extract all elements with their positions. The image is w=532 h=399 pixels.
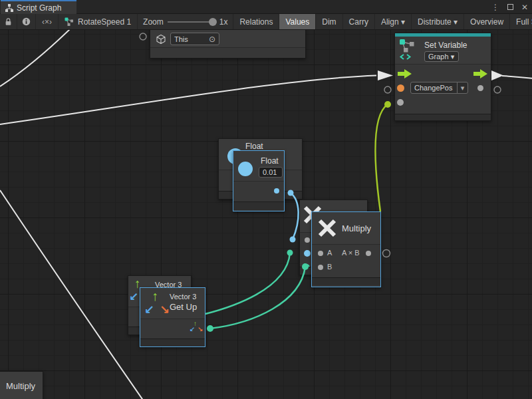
flow-input-arrow-icon[interactable] [398,69,412,78]
flow-output-arrow-icon[interactable] [473,69,488,78]
this-object-field[interactable]: This ⊙ [170,33,219,45]
get-up-header: ↑ ↙ ↘ Vector 3 Get Up [140,288,205,319]
multiply-front-header: Multiply [312,212,380,244]
distribute-label: Distribute ▾ [418,17,458,27]
multiply-back-port-b[interactable] [304,250,311,257]
node-set-variable[interactable]: Set Variable Graph ▾ ChangePos ▾ [394,33,491,121]
script-graph-icon [5,4,13,12]
this-input-port[interactable] [140,33,146,40]
fallback-value-port[interactable] [397,99,404,106]
wire-flow-topleft[interactable] [0,30,70,86]
wire-multiply-to-set-variable[interactable] [375,104,388,211]
variable-name-field[interactable]: ChangePos [410,82,458,94]
maximize-icon[interactable] [507,4,513,10]
distribute-dropdown[interactable]: Distribute ▾ [412,14,464,29]
float-front-title: Float [261,156,279,166]
multiply-front-body: A A × B B [312,244,380,277]
fullscreen-label: Full Screen [516,17,532,27]
port-b-label: B [327,263,332,271]
variable-scope-dropdown[interactable]: Graph ▾ [424,51,459,62]
overview-button[interactable]: Overview [464,14,510,29]
multiply-title: Multiply [342,223,371,233]
node-float-front[interactable]: Float 0.01 [233,150,285,211]
vector-downleft-arrow-icon: ↙ [129,291,138,303]
set-variable-header: Set Variable Graph ▾ [395,37,491,64]
multiply-outer-output-port[interactable] [383,250,390,257]
variable-output-port[interactable] [477,85,483,91]
node-this[interactable]: This ⊙ [150,30,306,59]
relations-button[interactable]: Relations [233,14,279,29]
vector-downright-arrow-icon: ↘ [160,304,170,316]
menu-icon[interactable]: ⋮ [491,3,499,12]
float-output-port[interactable] [274,188,279,194]
variable-name-dropdown[interactable]: ▾ [457,82,468,94]
node-this-body [150,47,305,58]
lock-button[interactable] [0,14,17,29]
inspect-button[interactable] [17,14,36,29]
graph-canvas[interactable]: This ⊙ Set Variable Graph ▾ [0,30,532,399]
graph-name: RotateSpeed 1 [78,17,131,27]
float-front-header: Float 0.01 [233,151,284,181]
float-value-field[interactable]: 0.01 [259,167,283,178]
node-get-up[interactable]: ↑ ↙ ↘ Vector 3 Get Up ↑ ↙ ↘ [140,287,205,347]
carry-button[interactable]: Carry [343,14,375,29]
wire-flow-out-of-set-variable[interactable] [502,76,532,78]
zoom-slider-handle[interactable] [209,18,217,26]
overview-label: Overview [470,17,503,27]
window-controls: ⋮ ✕ [491,0,528,14]
graph-breadcrumb[interactable]: RotateSpeed 1 [59,14,138,29]
wire-flow-diagonal[interactable] [0,190,144,399]
float-back-title: Float [245,142,263,151]
float-front-footer [233,201,284,210]
zoom-control: Zoom 1x [138,14,233,29]
tab-title: Script Graph [17,3,61,13]
object-picker-icon[interactable]: ⊙ [209,35,215,44]
set-variable-body: ChangePos ▾ [395,64,491,114]
unity-visual-scripting-window: Script Graph ⋮ ✕ ‹×› [0,0,532,399]
align-dropdown[interactable]: Align ▾ [375,14,412,29]
wire-vector-back-to-multiply[interactable] [205,253,290,314]
corner-multiply-title: Multiply [6,381,35,391]
values-label: Values [285,17,309,27]
wire-get-up-to-multiply[interactable] [210,267,305,329]
lock-icon [5,17,12,27]
multiply-back-port-a[interactable] [305,237,310,243]
float-value: 0.01 [263,168,277,176]
code-preview-button[interactable]: ‹×› [36,14,59,29]
wire-endpoint [287,250,293,256]
tab-script-graph[interactable]: Script Graph [1,0,76,14]
set-variable-outer-port[interactable] [384,86,391,93]
multiply-port-a[interactable] [318,251,323,256]
node-this-header: This ⊙ [150,30,305,47]
dim-button[interactable]: Dim [316,14,342,29]
fullscreen-button[interactable]: Full Screen [510,14,532,29]
this-field-value: This [174,35,188,43]
port-axb-label: A × B [342,249,360,257]
code-preview-label: ‹×› [42,17,52,27]
variable-name-value: ChangePos [414,84,453,92]
variable-name-port[interactable] [397,84,404,92]
graph-breadcrumb-icon [65,17,74,27]
zoom-slider[interactable] [168,21,215,23]
flow-arrowhead-out [491,70,503,80]
graph-toolbar: ‹×› RotateSpeed 1 Zoom 1x Relations Valu… [0,14,532,30]
zoom-label: Zoom [143,17,164,27]
flow-arrowhead-in [378,70,393,80]
wire-flow-into-set-variable[interactable] [0,76,376,125]
set-variable-icon [399,39,416,61]
wire-endpoint [207,325,213,332]
get-up-footer [140,338,205,346]
node-multiply-corner[interactable]: Multiply [0,371,43,399]
node-multiply-front[interactable]: Multiply A A × B B [311,211,381,287]
float-front-body [233,181,284,201]
multiply-output-port[interactable] [366,251,371,256]
relations-label: Relations [239,17,273,27]
multiply-port-b[interactable] [318,265,323,270]
port-a-label: A [327,249,332,257]
set-variable-outer-output-port[interactable] [494,86,501,93]
close-icon[interactable]: ✕ [521,3,528,12]
get-up-body: ↑ ↙ ↘ [140,319,205,338]
values-button[interactable]: Values [279,14,316,29]
dim-label: Dim [322,17,336,27]
wire-float-to-multiply[interactable] [291,193,299,239]
